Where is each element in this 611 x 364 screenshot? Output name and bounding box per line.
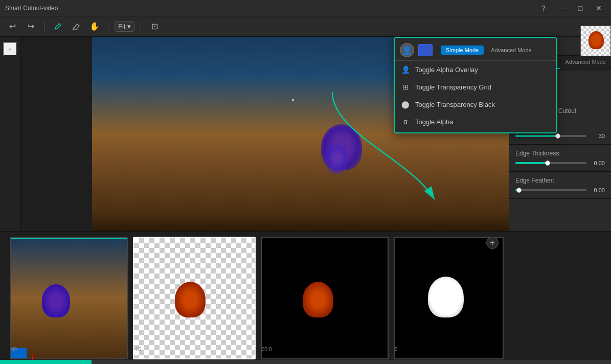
brush-size-slider-row: 30 [515, 133, 605, 139]
edge-thickness-slider-row: 0.00 [515, 160, 605, 166]
brush-tool-button[interactable] [51, 19, 65, 34]
star-dot [292, 99, 294, 101]
dropdown-item-toggle-transparency-black[interactable]: ⬤ Toggle Transparency Black [395, 96, 556, 113]
brush-size-fill [515, 135, 558, 137]
thumb-transparent-ts: :15 [134, 347, 141, 352]
toggle-transparency-black-label: Toggle Transparency Black [415, 101, 495, 108]
thumb-original-char [42, 284, 70, 317]
result-char-inner [589, 37, 604, 49]
toolbar-separator-2 [108, 21, 108, 32]
dropdown-avatar-icon: 👤 [400, 43, 414, 57]
thumb-transparent-char [175, 282, 206, 317]
result-thumbnail [580, 37, 611, 56]
brush-size-slider[interactable] [515, 135, 586, 137]
filmstrip-thumb-alpha[interactable]: 0 [394, 237, 504, 359]
thumb-original-bg [11, 238, 127, 358]
toggle-transparency-black-icon: ⬤ [401, 100, 410, 109]
edge-feather-label: Edge Feather: [515, 177, 605, 184]
dropdown-item-toggle-alpha-overlay[interactable]: 👤 Toggle Alpha Overlay [395, 61, 556, 78]
nav-left-button[interactable]: ‹ [3, 42, 17, 56]
eraser-tool-button[interactable] [69, 19, 83, 34]
dropdown-item-toggle-alpha[interactable]: α Toggle Alpha [395, 113, 556, 130]
thumb-black-char [303, 282, 333, 317]
edge-feather-thumb[interactable] [516, 188, 522, 193]
tab-advanced-mode[interactable]: Advanced Mode [560, 56, 612, 69]
toggle-transparency-grid-label: Toggle Transparency Grid [415, 83, 491, 91]
dropdown-color-swatch [418, 44, 433, 56]
toggle-alpha-overlay-icon: 👤 [401, 65, 410, 74]
timeline-progress [0, 360, 92, 364]
edge-thickness-thumb[interactable] [545, 161, 550, 166]
toolbar: ↩ ↪ ✋ Fit ▾ ⊡ [0, 16, 611, 37]
dropdown-header: 👤 Simple Mode Advanced Mode [395, 40, 556, 61]
redo-button[interactable]: ↪ [24, 19, 38, 34]
thumb-alpha-ts: 0 [395, 347, 398, 352]
thumb-black-ts: 00:0 [262, 347, 271, 352]
left-strip: ‹ [0, 37, 20, 231]
edge-feather-slider-row: 0.00 [515, 187, 605, 193]
toggle-alpha-icon: α [401, 117, 410, 126]
edge-thickness-section: Edge Thickness: 0.00 [509, 145, 611, 172]
dropdown-mode-tabs: Simple Mode Advanced Mode [441, 46, 551, 55]
window-controls: ? — □ ✕ [536, 3, 606, 14]
thumb-black-bg [262, 238, 388, 358]
thumb-alpha-char [428, 277, 464, 317]
dropdown-item-toggle-transparency-grid[interactable]: ⊞ Toggle Transparency Grid [395, 78, 556, 96]
toggle-alpha-label: Toggle Alpha [415, 118, 453, 126]
fit-select[interactable]: Fit ▾ [115, 21, 134, 32]
edge-thickness-value: 0.00 [591, 160, 605, 166]
brush-size-value: 30 [591, 133, 605, 139]
fit-label: Fit [118, 22, 125, 30]
result-char [581, 37, 610, 56]
undo-button[interactable]: ↩ [5, 19, 19, 34]
edge-thickness-fill [515, 162, 548, 164]
edge-feather-value: 0.00 [591, 187, 605, 193]
toggle-alpha-overlay-label: Toggle Alpha Overlay [415, 66, 478, 74]
filmstrip-area: + :29 00 :15 [0, 231, 611, 364]
dropdown-tab-advanced[interactable]: Advanced Mode [486, 46, 537, 55]
edge-thickness-slider[interactable] [515, 162, 586, 164]
brush-size-thumb[interactable] [555, 133, 560, 139]
timeline-bar[interactable] [0, 360, 611, 364]
pan-tool-button[interactable]: ✋ [87, 19, 102, 34]
edge-feather-section: Edge Feather: 0.00 [509, 172, 611, 199]
thumb-transparent-bg [134, 238, 255, 358]
title-bar: Smart Cutout-video ? — □ ✕ [0, 0, 611, 16]
filmstrip-thumb-black[interactable]: 00:0 [261, 237, 389, 359]
dropdown-menu: 👤 Simple Mode Advanced Mode 👤 Toggle Alp… [394, 37, 557, 133]
thumb-alpha-bg [395, 238, 503, 358]
toolbar-separator [44, 21, 44, 32]
toggle-transparency-grid-icon: ⊞ [401, 82, 410, 92]
close-button[interactable]: ✕ [592, 3, 606, 14]
minimize-button[interactable]: — [555, 3, 569, 14]
active-indicator [11, 238, 127, 239]
add-frame-button[interactable]: + [486, 237, 499, 249]
timeline-marker [32, 354, 33, 360]
help-button[interactable]: ? [536, 3, 551, 14]
thumb-original-ts: 00 [11, 347, 17, 352]
fit-chevron-icon: ▾ [127, 22, 131, 30]
mask-toggle-button[interactable]: ⊡ [147, 19, 162, 34]
dropdown-tab-simple[interactable]: Simple Mode [441, 46, 484, 55]
edge-thickness-label: Edge Thickness: [515, 150, 605, 157]
app-title: Smart Cutout-video [5, 5, 58, 12]
filmstrip-thumb-transparent[interactable]: :15 [133, 237, 256, 359]
filmstrip-thumb-original[interactable]: 00 [10, 237, 128, 359]
edge-feather-slider[interactable] [515, 189, 586, 191]
maximize-button[interactable]: □ [573, 3, 587, 14]
toolbar-separator-3 [141, 21, 141, 32]
